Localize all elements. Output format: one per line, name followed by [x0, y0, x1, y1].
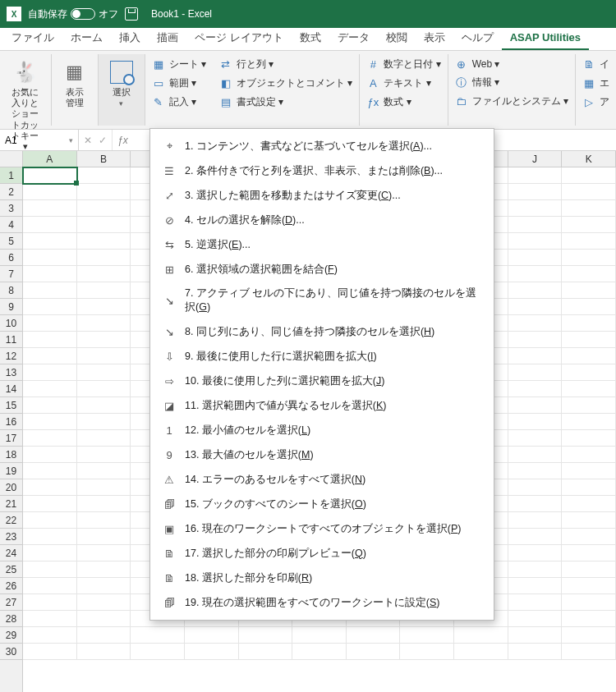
cell-J11[interactable] [508, 332, 563, 348]
cell-A1[interactable] [23, 167, 77, 184]
cancel-icon[interactable]: ✕ [84, 135, 92, 146]
row-header-25[interactable]: 25 [0, 561, 22, 578]
cell-A16[interactable] [23, 414, 77, 430]
cell-A19[interactable] [23, 463, 77, 479]
row-header-23[interactable]: 23 [0, 529, 22, 545]
cell-J22[interactable] [508, 512, 563, 529]
cell-J9[interactable] [508, 299, 563, 315]
tab-3[interactable]: 描画 [149, 25, 186, 50]
cell-C29[interactable] [131, 627, 185, 644]
row-header-2[interactable]: 2 [0, 184, 22, 200]
cell-B20[interactable] [77, 479, 131, 496]
tab-10[interactable]: ASAP Utilities [502, 26, 589, 50]
row-header-29[interactable]: 29 [0, 627, 22, 644]
row-header-11[interactable]: 11 [0, 332, 22, 348]
cell-A28[interactable] [23, 611, 77, 627]
cell-J15[interactable] [508, 397, 563, 414]
cell-A7[interactable] [23, 266, 77, 282]
cell-A20[interactable] [23, 479, 77, 496]
cell-J27[interactable] [508, 594, 563, 611]
menu-item-12[interactable]: 112. 最小値のセルを選択(L) [150, 418, 494, 442]
menu-item-6[interactable]: ⊞6. 選択領域の選択範囲を結合(F) [150, 257, 494, 282]
row-header-18[interactable]: 18 [0, 447, 22, 463]
cell-K16[interactable] [562, 414, 616, 430]
cell-I29[interactable] [454, 627, 508, 644]
cmd-テキスト[interactable]: Aテキスト ▾ [363, 75, 444, 92]
cell-I30[interactable] [454, 644, 508, 660]
col-header-B[interactable]: B [77, 151, 131, 167]
row-header-19[interactable]: 19 [0, 463, 22, 479]
cell-B29[interactable] [77, 627, 131, 644]
cell-K19[interactable] [562, 463, 616, 479]
cell-J26[interactable] [508, 578, 563, 594]
cell-K10[interactable] [562, 315, 616, 332]
cell-K6[interactable] [562, 250, 616, 266]
cell-K28[interactable] [562, 611, 616, 627]
cell-K21[interactable] [562, 496, 616, 512]
cell-B3[interactable] [77, 200, 131, 217]
tab-5[interactable]: 数式 [292, 25, 329, 50]
cell-J21[interactable] [508, 496, 563, 512]
cell-K25[interactable] [562, 561, 616, 578]
cmd-数式[interactable]: ƒx数式 ▾ [363, 94, 444, 111]
menu-item-4[interactable]: ⊘4. セルの選択を解除(D)... [150, 208, 494, 232]
cell-B1[interactable] [77, 167, 131, 184]
cmd-記入[interactable]: ✎記入 ▾ [149, 94, 209, 111]
cell-A25[interactable] [23, 561, 77, 578]
cell-A15[interactable] [23, 397, 77, 414]
cell-B17[interactable] [77, 430, 131, 447]
cell-K30[interactable] [562, 644, 616, 660]
row-header-24[interactable]: 24 [0, 545, 22, 561]
cell-A5[interactable] [23, 233, 77, 250]
cell-K12[interactable] [562, 348, 616, 364]
cell-B18[interactable] [77, 447, 131, 463]
cell-H29[interactable] [400, 627, 454, 644]
cell-A22[interactable] [23, 512, 77, 529]
row-header-5[interactable]: 5 [0, 233, 22, 250]
cell-A27[interactable] [23, 594, 77, 611]
cell-K5[interactable] [562, 233, 616, 250]
select-all-corner[interactable] [0, 151, 23, 167]
row-header-14[interactable]: 14 [0, 381, 22, 397]
col-header-A[interactable]: A [23, 151, 77, 167]
cmd-ファイルとシステム[interactable]: 🗀ファイルとシステム ▾ [452, 93, 572, 110]
row-header-26[interactable]: 26 [0, 578, 22, 594]
cell-J17[interactable] [508, 430, 563, 447]
cell-G30[interactable] [347, 644, 401, 660]
cell-B7[interactable] [77, 266, 131, 282]
cell-J29[interactable] [508, 627, 563, 644]
cell-B5[interactable] [77, 233, 131, 250]
menu-item-8[interactable]: ↘8. 同じ列にあり、同じ値を持つ隣接のセルを選択(H) [150, 319, 494, 344]
cell-A3[interactable] [23, 200, 77, 217]
cell-B27[interactable] [77, 594, 131, 611]
select-button[interactable]: 選択▾ [105, 56, 138, 112]
cmd-情報[interactable]: ⓘ情報 ▾ [452, 74, 572, 91]
cmd-シート[interactable]: ▦シート ▾ [149, 56, 209, 73]
tab-8[interactable]: 表示 [416, 25, 453, 50]
tab-7[interactable]: 校閲 [378, 25, 416, 50]
cell-B26[interactable] [77, 578, 131, 594]
cell-J13[interactable] [508, 364, 563, 381]
row-header-4[interactable]: 4 [0, 217, 22, 233]
cell-B4[interactable] [77, 217, 131, 233]
tab-0[interactable]: ファイル [3, 25, 62, 50]
cell-J1[interactable] [508, 167, 563, 184]
cmd-エ[interactable]: ▦エ [579, 75, 613, 92]
cell-J3[interactable] [508, 200, 563, 217]
cell-K22[interactable] [562, 512, 616, 529]
menu-item-2[interactable]: ☰2. 条件付きで行と列を選択、非表示、または削除(B)... [150, 158, 494, 183]
cell-K24[interactable] [562, 545, 616, 561]
menu-item-18[interactable]: 🗎18. 選択した部分を印刷(R) [150, 566, 494, 590]
cmd-Web[interactable]: ⊕Web ▾ [452, 56, 572, 72]
row-headers[interactable]: 1234567891011121314151617181920212223242… [0, 167, 23, 692]
cell-B9[interactable] [77, 299, 131, 315]
cell-K9[interactable] [562, 299, 616, 315]
cell-A26[interactable] [23, 578, 77, 594]
cell-B16[interactable] [77, 414, 131, 430]
cell-A2[interactable] [23, 184, 77, 200]
cell-B19[interactable] [77, 463, 131, 479]
cell-A29[interactable] [23, 627, 77, 644]
menu-item-19[interactable]: 🗐19. 現在の選択範囲をすべてのワークシートに設定(S) [150, 590, 494, 615]
cell-J18[interactable] [508, 447, 563, 463]
cell-J5[interactable] [508, 233, 563, 250]
